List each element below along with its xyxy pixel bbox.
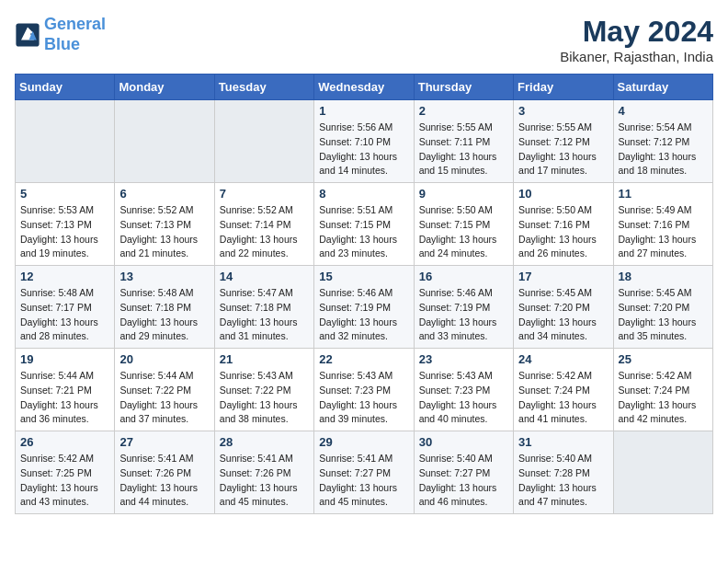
weekday-header-wednesday: Wednesday <box>314 75 414 100</box>
calendar-day-11: 11Sunrise: 5:49 AM Sunset: 7:16 PM Dayli… <box>613 183 712 266</box>
calendar-day-7: 7Sunrise: 5:52 AM Sunset: 7:14 PM Daylig… <box>214 183 313 266</box>
calendar-day-13: 13Sunrise: 5:48 AM Sunset: 7:18 PM Dayli… <box>115 266 214 349</box>
calendar-day-29: 29Sunrise: 5:41 AM Sunset: 7:27 PM Dayli… <box>314 431 414 514</box>
day-info: Sunrise: 5:46 AM Sunset: 7:19 PM Dayligh… <box>419 286 508 344</box>
day-number: 20 <box>119 352 209 366</box>
day-info: Sunrise: 5:50 AM Sunset: 7:15 PM Dayligh… <box>419 203 508 261</box>
day-info: Sunrise: 5:40 AM Sunset: 7:28 PM Dayligh… <box>518 452 608 510</box>
day-number: 27 <box>119 435 209 449</box>
weekday-header-tuesday: Tuesday <box>214 75 313 100</box>
day-info: Sunrise: 5:55 AM Sunset: 7:12 PM Dayligh… <box>518 121 608 178</box>
calendar-day-26: 26Sunrise: 5:42 AM Sunset: 7:25 PM Dayli… <box>16 431 115 514</box>
day-info: Sunrise: 5:48 AM Sunset: 7:18 PM Dayligh… <box>119 286 209 344</box>
calendar-body: 1Sunrise: 5:56 AM Sunset: 7:10 PM Daylig… <box>16 100 713 514</box>
day-number: 19 <box>20 352 109 366</box>
title-area: May 2024 Bikaner, Rajasthan, India <box>560 15 713 64</box>
day-number: 1 <box>319 104 408 118</box>
day-info: Sunrise: 5:46 AM Sunset: 7:19 PM Dayligh… <box>319 286 408 344</box>
calendar-header: SundayMondayTuesdayWednesdayThursdayFrid… <box>16 75 713 100</box>
weekday-header-thursday: Thursday <box>414 75 513 100</box>
day-info: Sunrise: 5:45 AM Sunset: 7:20 PM Dayligh… <box>518 286 608 344</box>
calendar-day-8: 8Sunrise: 5:51 AM Sunset: 7:15 PM Daylig… <box>314 183 414 266</box>
day-info: Sunrise: 5:40 AM Sunset: 7:27 PM Dayligh… <box>419 452 508 510</box>
calendar-day-31: 31Sunrise: 5:40 AM Sunset: 7:28 PM Dayli… <box>514 431 613 514</box>
calendar-week-row: 19Sunrise: 5:44 AM Sunset: 7:21 PM Dayli… <box>16 349 713 431</box>
day-number: 2 <box>419 104 508 118</box>
calendar-day-23: 23Sunrise: 5:43 AM Sunset: 7:23 PM Dayli… <box>414 349 513 431</box>
day-number: 15 <box>319 270 408 283</box>
calendar-day-3: 3Sunrise: 5:55 AM Sunset: 7:12 PM Daylig… <box>514 100 613 183</box>
day-info: Sunrise: 5:42 AM Sunset: 7:24 PM Dayligh… <box>518 369 608 427</box>
day-number: 12 <box>20 270 109 283</box>
day-info: Sunrise: 5:54 AM Sunset: 7:12 PM Dayligh… <box>619 121 708 178</box>
day-info: Sunrise: 5:43 AM Sunset: 7:22 PM Dayligh… <box>220 369 309 427</box>
calendar-day-4: 4Sunrise: 5:54 AM Sunset: 7:12 PM Daylig… <box>613 100 712 183</box>
day-info: Sunrise: 5:43 AM Sunset: 7:23 PM Dayligh… <box>319 369 408 427</box>
day-info: Sunrise: 5:43 AM Sunset: 7:23 PM Dayligh… <box>419 369 508 427</box>
logo-icon <box>15 22 40 48</box>
weekday-header-row: SundayMondayTuesdayWednesdayThursdayFrid… <box>16 75 713 100</box>
day-number: 17 <box>518 270 608 283</box>
calendar-day-22: 22Sunrise: 5:43 AM Sunset: 7:23 PM Dayli… <box>314 349 414 431</box>
day-info: Sunrise: 5:41 AM Sunset: 7:26 PM Dayligh… <box>220 452 309 510</box>
day-info: Sunrise: 5:41 AM Sunset: 7:26 PM Dayligh… <box>119 452 209 510</box>
day-number: 10 <box>518 187 608 201</box>
weekday-header-friday: Friday <box>514 75 613 100</box>
calendar-day-17: 17Sunrise: 5:45 AM Sunset: 7:20 PM Dayli… <box>514 266 613 349</box>
calendar-day-12: 12Sunrise: 5:48 AM Sunset: 7:17 PM Dayli… <box>16 266 115 349</box>
day-number: 30 <box>419 435 508 449</box>
day-number: 28 <box>220 435 309 449</box>
calendar-week-row: 5Sunrise: 5:53 AM Sunset: 7:13 PM Daylig… <box>16 183 713 266</box>
day-number: 31 <box>518 435 608 449</box>
calendar-day-5: 5Sunrise: 5:53 AM Sunset: 7:13 PM Daylig… <box>16 183 115 266</box>
day-info: Sunrise: 5:45 AM Sunset: 7:20 PM Dayligh… <box>619 286 708 344</box>
day-number: 13 <box>119 270 209 283</box>
calendar-day-6: 6Sunrise: 5:52 AM Sunset: 7:13 PM Daylig… <box>115 183 214 266</box>
weekday-header-saturday: Saturday <box>613 75 712 100</box>
day-info: Sunrise: 5:51 AM Sunset: 7:15 PM Dayligh… <box>319 203 408 261</box>
calendar-empty-cell <box>613 431 712 514</box>
day-number: 14 <box>220 270 309 283</box>
day-number: 26 <box>20 435 109 449</box>
day-info: Sunrise: 5:52 AM Sunset: 7:13 PM Dayligh… <box>119 203 209 261</box>
day-number: 23 <box>419 352 508 366</box>
day-number: 24 <box>518 352 608 366</box>
day-info: Sunrise: 5:50 AM Sunset: 7:16 PM Dayligh… <box>518 203 608 261</box>
calendar-week-row: 26Sunrise: 5:42 AM Sunset: 7:25 PM Dayli… <box>16 431 713 514</box>
day-number: 8 <box>319 187 408 201</box>
calendar-day-21: 21Sunrise: 5:43 AM Sunset: 7:22 PM Dayli… <box>214 349 313 431</box>
day-info: Sunrise: 5:41 AM Sunset: 7:27 PM Dayligh… <box>319 452 408 510</box>
calendar-day-16: 16Sunrise: 5:46 AM Sunset: 7:19 PM Dayli… <box>414 266 513 349</box>
day-number: 7 <box>220 187 309 201</box>
day-info: Sunrise: 5:49 AM Sunset: 7:16 PM Dayligh… <box>619 203 708 261</box>
day-number: 6 <box>119 187 209 201</box>
day-info: Sunrise: 5:48 AM Sunset: 7:17 PM Dayligh… <box>20 286 109 344</box>
day-number: 3 <box>518 104 608 118</box>
calendar-day-30: 30Sunrise: 5:40 AM Sunset: 7:27 PM Dayli… <box>414 431 513 514</box>
day-info: Sunrise: 5:56 AM Sunset: 7:10 PM Dayligh… <box>319 121 408 178</box>
day-number: 9 <box>419 187 508 201</box>
day-number: 21 <box>220 352 309 366</box>
day-number: 11 <box>619 187 708 201</box>
calendar-day-18: 18Sunrise: 5:45 AM Sunset: 7:20 PM Dayli… <box>613 266 712 349</box>
calendar-day-25: 25Sunrise: 5:42 AM Sunset: 7:24 PM Dayli… <box>613 349 712 431</box>
calendar-day-28: 28Sunrise: 5:41 AM Sunset: 7:26 PM Dayli… <box>214 431 313 514</box>
day-number: 5 <box>20 187 109 201</box>
day-info: Sunrise: 5:53 AM Sunset: 7:13 PM Dayligh… <box>20 203 109 261</box>
day-info: Sunrise: 5:42 AM Sunset: 7:25 PM Dayligh… <box>20 452 109 510</box>
logo-text: General Blue <box>44 15 106 54</box>
calendar-empty-cell <box>214 100 313 183</box>
calendar-empty-cell <box>16 100 115 183</box>
day-number: 22 <box>319 352 408 366</box>
day-info: Sunrise: 5:42 AM Sunset: 7:24 PM Dayligh… <box>619 369 708 427</box>
day-number: 16 <box>419 270 508 283</box>
calendar-day-24: 24Sunrise: 5:42 AM Sunset: 7:24 PM Dayli… <box>514 349 613 431</box>
calendar-week-row: 1Sunrise: 5:56 AM Sunset: 7:10 PM Daylig… <box>16 100 713 183</box>
page-header: General Blue May 2024 Bikaner, Rajasthan… <box>15 15 713 64</box>
calendar-week-row: 12Sunrise: 5:48 AM Sunset: 7:17 PM Dayli… <box>16 266 713 349</box>
calendar-table: SundayMondayTuesdayWednesdayThursdayFrid… <box>15 74 713 514</box>
month-title: May 2024 <box>560 15 713 49</box>
day-info: Sunrise: 5:52 AM Sunset: 7:14 PM Dayligh… <box>220 203 309 261</box>
weekday-header-monday: Monday <box>115 75 214 100</box>
weekday-header-sunday: Sunday <box>16 75 115 100</box>
